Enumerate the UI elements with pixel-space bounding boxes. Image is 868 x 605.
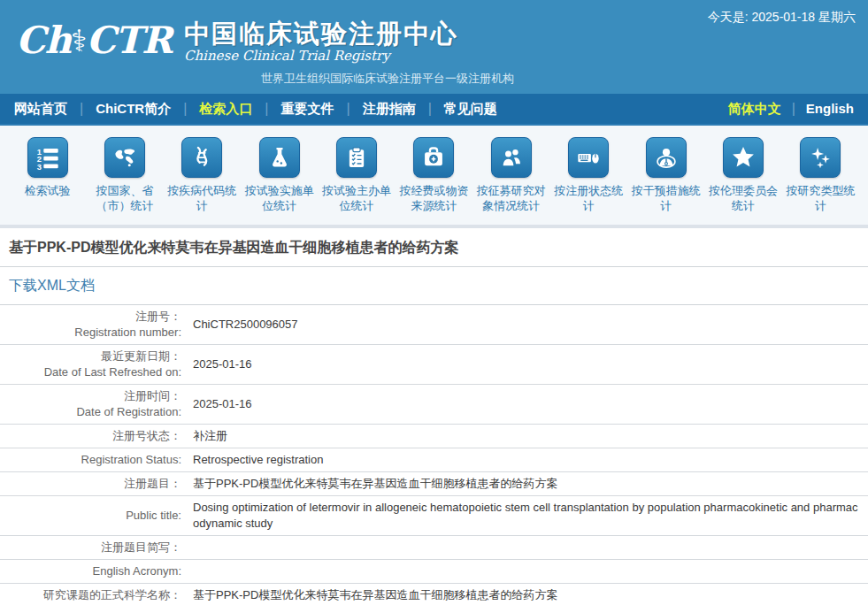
row-value: 补注册	[181, 428, 868, 444]
sparkles-icon	[800, 137, 841, 178]
row-label: 注册时间： Date of Registration:	[0, 388, 181, 420]
row-value: 基于PPK-PD模型优化来特莫韦在异基因造血干细胞移植患者的给药方案	[181, 587, 868, 603]
row-value: 2025-01-16	[181, 356, 868, 372]
xml-download-row: 下载XML文档	[0, 267, 868, 305]
site-title-zh: 中国临床试验注册中心	[184, 19, 458, 48]
lang-en-link[interactable]: English	[806, 101, 854, 116]
row-label: 注册号： Registration number:	[0, 309, 181, 341]
table-row: 研究课题的正式科学名称： 基于PPK-PD模型优化来特莫韦在异基因造血干细胞移植…	[0, 584, 868, 605]
download-xml-link[interactable]: 下载XML文档	[9, 278, 95, 293]
nav-item: 重要文件	[252, 101, 334, 118]
table-row: 注册号状态： 补注册	[0, 425, 868, 448]
toolbar-item[interactable]: 按研究类型统计	[782, 137, 859, 225]
main-nav: 网站首页 ChiCTR简介 检索入口 重要文件 注册指南 常见问题 简体中文 |…	[0, 94, 868, 126]
row-value: 基于PPK-PD模型优化来特莫韦在异基因造血干细胞移植患者的给药方案	[181, 476, 868, 492]
row-label-zh: 注册题目：	[0, 476, 181, 492]
page-title: 基于PPK-PD模型优化来特莫韦在异基因造血干细胞移植患者的给药方案	[0, 228, 868, 267]
star-icon	[723, 137, 764, 178]
row-label: 注册题目：	[0, 476, 181, 492]
nav-link[interactable]: 常见问题	[444, 101, 497, 116]
table-row: Registration Status: Retrospective regis…	[0, 448, 868, 472]
nav-link[interactable]: ChiCTR简介	[96, 101, 171, 116]
toolbar-item-label: 按研究类型统计	[782, 183, 859, 213]
keyboard-mouse-icon	[568, 137, 609, 178]
row-value: Dosing optimization of letermovir in all…	[181, 500, 868, 532]
toolbar-item-label: 检索试验	[9, 183, 86, 198]
brand: Ch⚕CTR 中国临床试验注册中心 Chinese Clinical Trial…	[16, 18, 458, 65]
toolbar-item[interactable]: 按伦理委员会统计	[705, 137, 782, 225]
row-label: 注册号状态：	[0, 428, 181, 444]
row-label-zh: 注册号：	[0, 309, 181, 325]
toolbar-item-label: 按注册状态统计	[550, 183, 627, 213]
nav-item: 注册指南	[334, 101, 415, 118]
nav-link[interactable]: 重要文件	[280, 101, 334, 116]
nav-link[interactable]: 检索入口	[199, 101, 252, 116]
row-label-zh: 注册时间：	[0, 388, 181, 404]
toolbar-item[interactable]: 按国家、省（市）统计	[86, 137, 163, 225]
row-label: 最近更新日期： Date of Last Refreshed on:	[0, 348, 181, 380]
row-label: 注册题目简写：	[0, 540, 181, 555]
toolbar-item-label: 按经费或物资来源统计	[396, 183, 472, 213]
page: 今天是: 2025-01-18 星期六 Ch⚕CTR 中国临床试验注册中心 Ch…	[0, 0, 868, 605]
toolbar-item[interactable]: 按干预措施统计	[627, 137, 704, 225]
row-label-en: English Acronym:	[0, 563, 181, 579]
clipboard-icon	[336, 137, 377, 178]
table-row: Public title: Dosing optimization of let…	[0, 496, 868, 536]
table-row: 注册题目简写：	[0, 536, 868, 560]
nav-menu: 网站首页 ChiCTR简介 检索入口 重要文件 注册指南 常见问题	[14, 101, 497, 118]
language-switch: 简体中文 | English	[728, 101, 854, 118]
doctor-icon	[646, 137, 687, 178]
lang-zh-link[interactable]: 简体中文	[728, 101, 781, 116]
caduceus-icon: ⚕	[71, 23, 86, 58]
row-label-zh: 注册题目简写：	[0, 540, 181, 555]
row-label-zh: 研究课题的正式科学名称：	[0, 587, 181, 603]
row-label-zh: 注册号状态：	[0, 428, 181, 444]
row-value: ChiCTR2500096057	[181, 317, 868, 333]
nav-item: 检索入口	[171, 101, 252, 118]
people-icon	[491, 137, 532, 178]
toolbar-item[interactable]: 按试验主办单位统计	[319, 137, 396, 225]
row-label-en: Registration number:	[0, 325, 181, 341]
toolbar-item[interactable]: 123 检索试验	[9, 137, 86, 225]
toolbar-item-label: 按干预措施统计	[627, 183, 704, 213]
toolbar-item-label: 按试验实施单位统计	[241, 183, 318, 213]
world-map-icon	[104, 137, 145, 178]
numbered-list-icon: 123	[27, 137, 68, 178]
toolbar-item[interactable]: 按征募研究对象情况统计	[472, 137, 549, 225]
nav-link[interactable]: 网站首页	[14, 101, 67, 116]
svg-text:3: 3	[36, 163, 41, 170]
divider: |	[792, 101, 795, 117]
dna-icon	[181, 137, 222, 178]
row-label-en: Registration Status:	[0, 452, 181, 468]
table-row: English Acronym:	[0, 560, 868, 584]
toolbar-item-label: 按国家、省（市）统计	[86, 183, 163, 213]
row-label-en: Date of Registration:	[0, 404, 181, 420]
toolbar-item-label: 按伦理委员会统计	[705, 183, 782, 213]
toolbar-item-label: 按试验主办单位统计	[319, 183, 396, 213]
toolbar-item[interactable]: 按试验实施单位统计	[241, 137, 318, 225]
nav-item: 常见问题	[416, 101, 497, 118]
chictr-logo[interactable]: Ch⚕CTR	[16, 18, 172, 65]
toolbar-item[interactable]: 按疾病代码统计	[164, 137, 241, 225]
row-value: Retrospective registration	[181, 452, 868, 468]
table-row: 注册号： Registration number: ChiCTR25000960…	[0, 305, 868, 345]
medical-bag-icon	[413, 137, 454, 178]
nav-item: 网站首页	[14, 101, 67, 118]
toolbar-item-label: 按征募研究对象情况统计	[472, 183, 549, 213]
toolbar-item[interactable]: 按经费或物资来源统计	[396, 137, 472, 225]
nav-link[interactable]: 注册指南	[363, 101, 416, 116]
row-label-zh: 最近更新日期：	[0, 348, 181, 364]
site-title-en: Chinese Clinical Trial Registry	[184, 48, 458, 64]
row-label: English Acronym:	[0, 563, 181, 579]
row-label-en: Date of Last Refreshed on:	[0, 364, 181, 380]
table-row: 注册时间： Date of Registration: 2025-01-16	[0, 385, 868, 425]
site-header: 今天是: 2025-01-18 星期六 Ch⚕CTR 中国临床试验注册中心 Ch…	[0, 0, 868, 94]
table-row: 注册题目： 基于PPK-PD模型优化来特莫韦在异基因造血干细胞移植患者的给药方案	[0, 472, 868, 496]
toolbar-item-label: 按疾病代码统计	[164, 183, 241, 213]
site-titles: 中国临床试验注册中心 Chinese Clinical Trial Regist…	[184, 18, 458, 64]
stats-toolbar: 123 检索试验 按国家、省（市）统计 按疾病代码统计 按试验实施单位统计 按试…	[0, 126, 868, 228]
row-label: Public title:	[0, 508, 181, 524]
table-row: 最近更新日期： Date of Last Refreshed on: 2025-…	[0, 345, 868, 385]
toolbar-item[interactable]: 按注册状态统计	[550, 137, 627, 225]
row-value: 2025-01-16	[181, 396, 868, 412]
